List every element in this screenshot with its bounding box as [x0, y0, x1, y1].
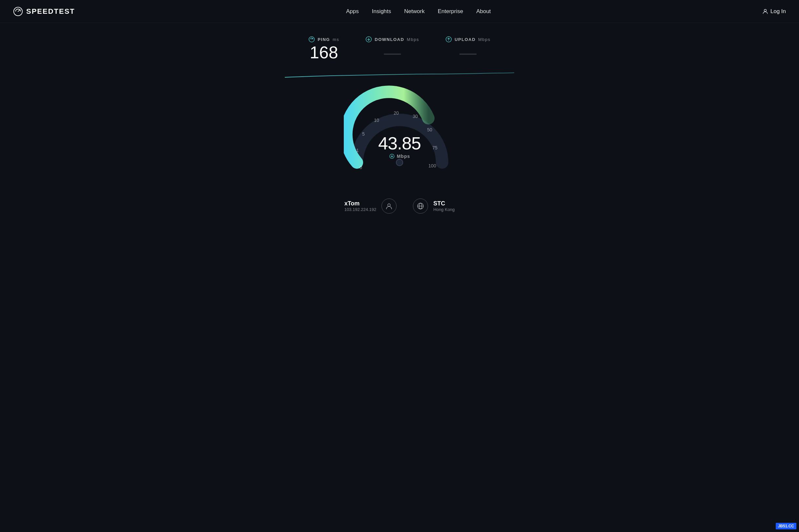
- svg-text:10: 10: [374, 118, 379, 123]
- nav-about[interactable]: About: [476, 8, 490, 15]
- svg-line-4: [312, 38, 313, 39]
- watermark: JB51.CC: [776, 523, 796, 529]
- host-name: xTom: [345, 200, 376, 207]
- ping-stat: PING ms 168: [309, 36, 339, 61]
- upload-value: —: [460, 44, 477, 61]
- location-icon-circle: [413, 198, 428, 214]
- download-stat: DOWNLOAD Mbps —: [366, 36, 419, 61]
- download-unit-icon: [389, 153, 395, 159]
- host-icon-circle: [382, 198, 396, 214]
- stats-row: PING ms 168 DOWNLOAD Mbps —: [309, 36, 490, 61]
- svg-point-2: [764, 9, 766, 12]
- host-ip: 103.192.224.192: [345, 207, 376, 212]
- upload-label: UPLOAD: [454, 37, 476, 42]
- location-info: STC Hong Kong: [413, 198, 454, 214]
- speed-unit-row: Mbps: [389, 153, 410, 159]
- location-text: STC Hong Kong: [433, 200, 454, 212]
- globe-icon: [416, 202, 424, 210]
- ping-icon: [309, 36, 315, 43]
- svg-text:30: 30: [413, 114, 418, 119]
- location-city: Hong Kong: [433, 207, 454, 212]
- upload-icon: [445, 36, 452, 43]
- svg-text:100: 100: [428, 163, 436, 168]
- nav-insights[interactable]: Insights: [372, 8, 391, 15]
- nav-network[interactable]: Network: [404, 8, 424, 15]
- user-icon: [762, 8, 768, 15]
- download-unit: Mbps: [407, 37, 419, 42]
- svg-text:50: 50: [427, 127, 432, 132]
- download-label: DOWNLOAD: [375, 37, 404, 42]
- speed-value-container: 43.85 Mbps: [378, 133, 421, 159]
- login-label: Log In: [770, 8, 786, 15]
- info-row: xTom 103.192.224.192 STC Ho: [345, 198, 455, 214]
- speed-number: 43.85: [378, 133, 421, 153]
- ping-label: PING: [318, 37, 330, 42]
- svg-text:5: 5: [362, 131, 365, 137]
- ping-value: 168: [310, 44, 338, 61]
- nav-apps[interactable]: Apps: [346, 8, 359, 15]
- host-info: xTom 103.192.224.192: [345, 198, 397, 214]
- user-avatar-icon: [385, 202, 393, 210]
- logo-text: SPEEDTEST: [26, 7, 75, 16]
- svg-text:20: 20: [394, 110, 399, 116]
- speedometer-svg: 0 1 5 10 20 30 50 75 100: [344, 81, 455, 182]
- svg-text:0: 0: [359, 165, 362, 170]
- navbar: SPEEDTEST Apps Insights Network Enterpri…: [0, 0, 799, 23]
- svg-line-1: [18, 10, 20, 12]
- speedtest-logo-icon: [13, 6, 23, 16]
- speed-unit-label: Mbps: [397, 154, 410, 159]
- host-text: xTom 103.192.224.192: [345, 200, 376, 212]
- login-button[interactable]: Log In: [762, 8, 786, 15]
- nav-enterprise[interactable]: Enterprise: [438, 8, 463, 15]
- logo[interactable]: SPEEDTEST: [13, 6, 75, 16]
- ping-unit: ms: [333, 37, 339, 42]
- nav-links: Apps Insights Network Enterprise About: [346, 8, 491, 15]
- svg-text:1: 1: [356, 148, 359, 153]
- main-content: PING ms 168 DOWNLOAD Mbps —: [0, 23, 799, 233]
- location-isp: STC: [433, 200, 454, 207]
- download-icon: [366, 36, 372, 43]
- upload-stat: UPLOAD Mbps —: [445, 36, 490, 61]
- svg-point-22: [388, 204, 390, 206]
- upload-unit: Mbps: [478, 37, 490, 42]
- download-value: —: [384, 44, 401, 61]
- speedometer: 0 1 5 10 20 30 50 75 100 43: [344, 81, 455, 182]
- svg-text:75: 75: [432, 145, 438, 150]
